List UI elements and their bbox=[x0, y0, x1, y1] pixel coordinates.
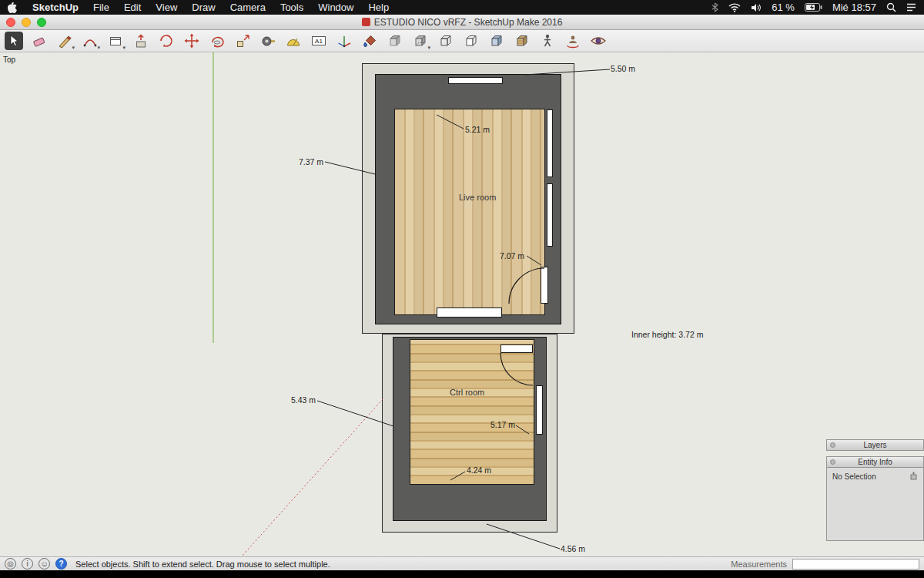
wifi-icon[interactable] bbox=[728, 3, 741, 12]
offset-tool-icon[interactable] bbox=[157, 32, 176, 50]
zoom-window-button[interactable] bbox=[37, 18, 46, 27]
menu-help[interactable]: Help bbox=[368, 2, 389, 13]
live-room-door-leaf[interactable] bbox=[541, 267, 548, 304]
live-room-label[interactable]: Live room bbox=[459, 193, 496, 202]
entity-info-panel-title: Entity Info bbox=[858, 458, 892, 466]
model-canvas[interactable] bbox=[0, 52, 924, 556]
walk-tool-icon[interactable] bbox=[538, 32, 557, 50]
menu-edit[interactable]: Edit bbox=[124, 2, 141, 13]
menu-file[interactable]: File bbox=[93, 2, 109, 13]
shape-tool-icon[interactable]: ▾ bbox=[106, 32, 125, 50]
entity-info-panel-header[interactable]: Entity Info bbox=[826, 456, 924, 468]
dim-live-outer-width[interactable]: 5.50 m bbox=[611, 64, 635, 73]
tape-measure-tool-icon[interactable] bbox=[259, 32, 277, 50]
menu-window[interactable]: Window bbox=[318, 2, 353, 13]
menubar: SketchUp File Edit View Draw Camera Tool… bbox=[0, 0, 924, 15]
eye-icon[interactable] bbox=[589, 32, 608, 50]
arc-tool-icon[interactable]: ▾ bbox=[81, 32, 99, 50]
move-tool-icon[interactable] bbox=[182, 32, 201, 50]
select-tool-icon[interactable] bbox=[5, 32, 23, 50]
menubar-clock[interactable]: Mié 18:57 bbox=[832, 2, 876, 13]
search-icon[interactable] bbox=[886, 2, 896, 12]
axes-tool-icon[interactable] bbox=[335, 32, 353, 50]
entity-info-selection-text: No Selection bbox=[832, 472, 876, 481]
ctrl-room-label[interactable]: Ctrl room bbox=[450, 388, 484, 397]
eraser-tool-icon[interactable] bbox=[30, 32, 49, 50]
wireframe-view-icon[interactable] bbox=[437, 32, 455, 50]
protractor-tool-icon[interactable] bbox=[284, 32, 303, 50]
xray-view-icon[interactable] bbox=[386, 32, 404, 50]
sketchup-window: SketchUp File Edit View Draw Camera Tool… bbox=[0, 0, 924, 578]
dim-ctrl-inner-bottom[interactable]: 4.24 m bbox=[467, 465, 491, 475]
paint-bucket-tool-icon[interactable] bbox=[360, 32, 379, 50]
bottom-black-strip bbox=[0, 570, 924, 578]
layers-panel-title: Layers bbox=[863, 441, 886, 449]
battery-icon bbox=[805, 3, 822, 12]
entity-info-collapse-icon[interactable] bbox=[830, 459, 835, 465]
entity-detail-icon[interactable] bbox=[909, 472, 918, 481]
layers-panel-header[interactable]: Layers bbox=[826, 439, 924, 451]
live-room-right-window-1[interactable] bbox=[547, 109, 553, 177]
geolocation-status-icon[interactable]: ◎ bbox=[5, 558, 16, 570]
dim-ctrl-outer-bottom[interactable]: 4.56 m bbox=[561, 544, 585, 553]
menu-camera[interactable]: Camera bbox=[230, 2, 266, 13]
measurements-input[interactable] bbox=[792, 559, 919, 570]
bluetooth-icon[interactable] bbox=[711, 2, 718, 12]
ctrl-room-floor[interactable] bbox=[410, 339, 534, 485]
dim-live-inner-height[interactable]: 7.07 m bbox=[500, 251, 524, 260]
close-window-button[interactable] bbox=[6, 18, 15, 27]
volume-icon[interactable] bbox=[751, 3, 762, 12]
live-room-right-window-2[interactable] bbox=[547, 183, 553, 247]
line-tool-dropdown-icon[interactable]: ▾ bbox=[72, 45, 75, 50]
statusbar: ◎ i ☺ ? Select objects. Shift to extend … bbox=[0, 556, 924, 570]
titlebar[interactable]: ESTUDIO NICO vRFZ - SketchUp Make 2016 bbox=[0, 15, 924, 30]
document-icon bbox=[362, 18, 370, 26]
measurements-label: Measurements bbox=[731, 560, 787, 569]
apple-menu[interactable] bbox=[8, 2, 18, 13]
live-room-floor[interactable] bbox=[394, 109, 545, 315]
pushpull-tool-icon[interactable] bbox=[132, 32, 150, 50]
credits-status-icon[interactable]: i bbox=[22, 558, 33, 570]
window-title: ESTUDIO NICO vRFZ - SketchUp Make 2016 bbox=[374, 17, 563, 28]
shape-tool-dropdown-icon[interactable]: ▾ bbox=[122, 45, 126, 50]
rotate-tool-icon[interactable] bbox=[208, 32, 226, 50]
look-around-tool-icon[interactable] bbox=[564, 32, 582, 50]
apple-logo-icon bbox=[8, 2, 18, 13]
text-tool-label: A1 bbox=[315, 38, 323, 45]
back-edges-dropdown-icon[interactable]: ▾ bbox=[427, 45, 430, 50]
dim-live-outer-height[interactable]: 7.37 m bbox=[299, 157, 323, 166]
status-hint-text: Select objects. Shift to extend select. … bbox=[75, 560, 330, 569]
ctrl-room-right-window[interactable] bbox=[536, 385, 543, 435]
text-tool-icon[interactable]: A1 bbox=[310, 32, 328, 50]
line-tool-icon[interactable]: ▾ bbox=[55, 32, 74, 50]
scale-tool-icon[interactable] bbox=[233, 32, 252, 50]
hidden-line-view-icon[interactable] bbox=[462, 32, 480, 50]
menu-list-icon[interactable] bbox=[906, 3, 916, 12]
entity-info-panel-body: No Selection bbox=[826, 468, 924, 541]
instructor-help-icon[interactable]: ? bbox=[55, 558, 67, 570]
back-edges-view-icon[interactable]: ▾ bbox=[411, 32, 430, 50]
dim-ctrl-inner-right[interactable]: 5.17 m bbox=[490, 420, 515, 429]
ctrl-room-door-leaf[interactable] bbox=[500, 344, 533, 353]
inner-height-note[interactable]: Inner height: 3.72 m bbox=[631, 330, 703, 339]
layers-panel-collapse-icon[interactable] bbox=[830, 442, 835, 448]
shaded-view-icon[interactable] bbox=[487, 32, 506, 50]
dim-live-inner-width[interactable]: 5.21 m bbox=[465, 125, 490, 134]
minimize-window-button[interactable] bbox=[22, 18, 31, 27]
menu-view[interactable]: View bbox=[156, 2, 177, 13]
menu-tools[interactable]: Tools bbox=[280, 2, 303, 13]
battery-percent: 61 % bbox=[772, 2, 795, 13]
menu-draw[interactable]: Draw bbox=[192, 2, 215, 13]
claim-model-status-icon[interactable]: ☺ bbox=[38, 558, 50, 570]
live-room-top-window[interactable] bbox=[448, 77, 503, 84]
menu-app-name[interactable]: SketchUp bbox=[32, 2, 79, 13]
textured-view-icon[interactable] bbox=[513, 32, 531, 50]
toolbar: ▾ ▾ ▾ A1 bbox=[0, 30, 924, 52]
arc-tool-dropdown-icon[interactable]: ▾ bbox=[97, 45, 100, 50]
dim-ctrl-outer-left[interactable]: 5.43 m bbox=[291, 395, 316, 405]
live-room-bottom-opening[interactable] bbox=[437, 307, 502, 318]
